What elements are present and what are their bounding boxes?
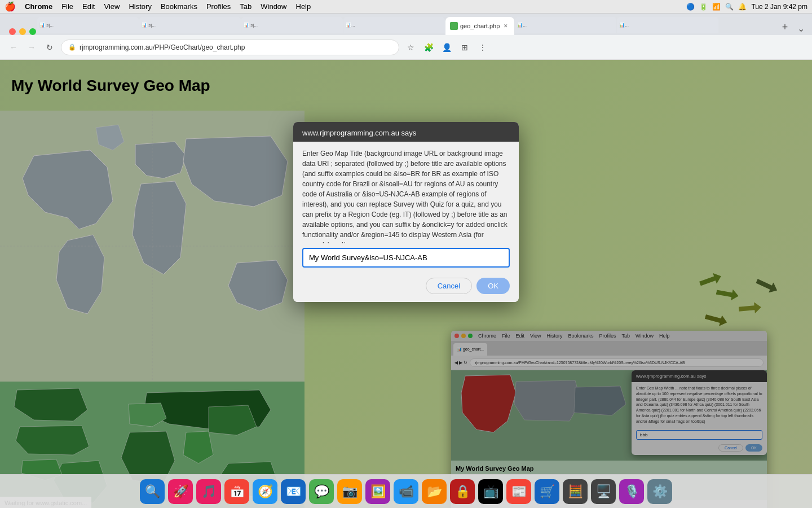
tab-5[interactable]: 📊...: [515, 17, 616, 33]
dock-mail[interactable]: 📧: [281, 479, 306, 504]
menubar-right: 🔵 🔋 📶 🔍 🔔 Tue 2 Jan 9:42 pm: [686, 3, 807, 11]
menubar-window[interactable]: Window: [261, 2, 286, 11]
dialog-overlay: www.rjmprogramming.com.au says Enter Geo…: [0, 60, 812, 508]
bookmark-star-button[interactable]: ☆: [404, 41, 417, 54]
dock-finder[interactable]: 🔍: [140, 479, 165, 504]
dock-filezilla[interactable]: 📂: [422, 479, 447, 504]
battery-icon: 🔋: [699, 3, 708, 11]
bluetooth-icon: 🔵: [686, 3, 695, 11]
profile-button[interactable]: 👤: [440, 41, 453, 54]
reload-button[interactable]: ↻: [43, 41, 56, 54]
dock-zoom[interactable]: 📹: [394, 479, 418, 504]
dialog-site: www.rjmprogramming.com.au says: [302, 129, 416, 137]
dock-music[interactable]: 🎵: [196, 479, 221, 504]
url-text: rjmprogramming.com.au/PHP/GeoChart/geo_c…: [80, 43, 245, 51]
extensions-button[interactable]: 🧩: [422, 41, 435, 54]
menubar: 🍎 Chrome File Edit View History Bookmark…: [0, 0, 812, 14]
tab-list: 📊 s|... 📊 s|... 📊 s|... 📊... geo_chart.p…: [37, 17, 776, 35]
dialog-ok-button[interactable]: OK: [476, 278, 510, 294]
browser-window: 📊 s|... 📊 s|... 📊 s|... 📊... geo_chart.p…: [0, 14, 812, 508]
menubar-chrome[interactable]: Chrome: [25, 2, 52, 11]
tab-overflow-button[interactable]: ⌄: [794, 21, 807, 35]
close-button[interactable]: [9, 28, 16, 35]
dock-app-store[interactable]: 🛒: [535, 479, 559, 504]
notification-icon[interactable]: 🔔: [738, 3, 747, 11]
dock-tv[interactable]: 📺: [478, 479, 503, 504]
tab-4[interactable]: 📊...: [343, 17, 445, 33]
dialog-body: Enter Geo Map Title (background image UR…: [293, 142, 519, 243]
back-button[interactable]: ←: [7, 41, 20, 54]
menubar-profiles[interactable]: Profiles: [206, 2, 231, 11]
menubar-bookmarks[interactable]: Bookmarks: [161, 2, 197, 11]
dock-photos[interactable]: 📷: [337, 479, 362, 504]
dock-launchpad[interactable]: 🚀: [168, 479, 193, 504]
tab-1[interactable]: 📊 s|...: [37, 17, 139, 33]
wifi-icon: 📶: [712, 3, 721, 11]
menubar-history[interactable]: History: [129, 2, 151, 11]
dialog-cancel-button[interactable]: Cancel: [426, 278, 472, 294]
chrome-menu-button[interactable]: ⋮: [476, 41, 489, 54]
dock-news[interactable]: 📰: [506, 479, 531, 504]
apple-menu[interactable]: 🍎: [5, 1, 16, 12]
tab-2[interactable]: 📊 s|...: [139, 17, 241, 33]
dialog-message: Enter Geo Map Title (background image UR…: [302, 150, 508, 243]
dialog-box: www.rjmprogramming.com.au says Enter Geo…: [293, 122, 519, 302]
menubar-tab[interactable]: Tab: [240, 2, 251, 11]
menubar-edit[interactable]: Edit: [82, 2, 95, 11]
fullscreen-button[interactable]: [29, 28, 36, 35]
dock-podcast[interactable]: 🎙️: [619, 479, 644, 504]
datetime: Tue 2 Jan 9:42 pm: [751, 3, 807, 11]
tab-close-btn[interactable]: ✕: [502, 22, 510, 30]
menubar-view[interactable]: View: [104, 2, 120, 11]
security-icon: 🔒: [68, 43, 76, 51]
new-tab-button[interactable]: +: [777, 19, 793, 35]
dock-system-prefs[interactable]: ⚙️: [647, 479, 672, 504]
minimize-button[interactable]: [19, 28, 26, 35]
dock-calendar[interactable]: 📅: [224, 479, 249, 504]
active-tab[interactable]: geo_chart.php ✕: [445, 17, 514, 35]
page-content: My World Survey Geo Map: [0, 60, 812, 508]
menubar-help[interactable]: Help: [296, 2, 311, 11]
tab-6[interactable]: 📊...: [617, 17, 718, 33]
dock-safari[interactable]: 🧭: [253, 479, 277, 504]
menubar-file[interactable]: File: [61, 2, 73, 11]
dock-messages[interactable]: 💬: [309, 479, 334, 504]
traffic-lights: [5, 28, 36, 35]
dialog-input-area: [293, 243, 519, 272]
dock-screen-savers[interactable]: 🖼️: [365, 479, 390, 504]
dialog-input[interactable]: [302, 248, 510, 268]
address-bar: ← → ↻ 🔒 rjmprogramming.com.au/PHP/GeoCha…: [0, 35, 812, 60]
url-bar[interactable]: 🔒 rjmprogramming.com.au/PHP/GeoChart/geo…: [61, 40, 399, 55]
dock: 🔍 🚀 🎵 📅 🧭 📧 💬 📷 🖼️ 📹 📂 🔒 📺 📰 🛒 🧮 🖥️ 🎙️ ⚙…: [0, 474, 812, 508]
dock-bitdefender[interactable]: 🔒: [450, 479, 475, 504]
dock-remote[interactable]: 🖥️: [591, 479, 616, 504]
dialog-buttons: Cancel OK: [293, 272, 519, 302]
search-icon[interactable]: 🔍: [725, 3, 734, 11]
forward-button[interactable]: →: [25, 41, 38, 54]
dialog-header: www.rjmprogramming.com.au says: [293, 122, 519, 142]
tab-3[interactable]: 📊 s|...: [241, 17, 343, 33]
sidebar-button[interactable]: ⊞: [458, 41, 471, 54]
dock-calculator[interactable]: 🧮: [563, 479, 588, 504]
tab-favicon: [450, 22, 458, 30]
tab-bar: 📊 s|... 📊 s|... 📊 s|... 📊... geo_chart.p…: [0, 14, 812, 35]
active-tab-label: geo_chart.php: [460, 23, 500, 29]
